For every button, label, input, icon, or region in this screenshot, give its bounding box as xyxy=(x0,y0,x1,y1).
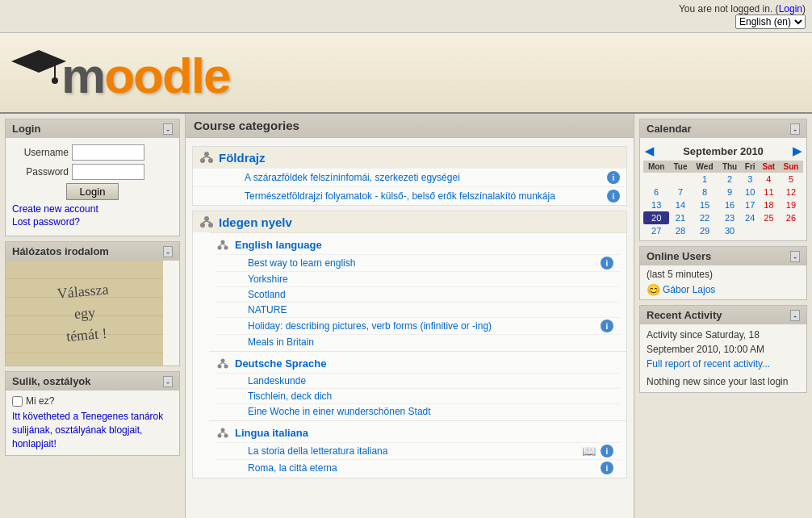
course-roma-link[interactable]: Roma, la città eterna xyxy=(248,462,597,474)
cal-day[interactable]: 6 xyxy=(643,186,669,198)
course-holiday-info[interactable]: i xyxy=(601,320,613,332)
cal-next-btn[interactable]: ▶ xyxy=(793,144,802,157)
cal-day[interactable]: 15 xyxy=(692,198,718,211)
cal-day[interactable]: 4 xyxy=(759,173,779,186)
cal-thu: Thu xyxy=(718,161,741,173)
course-woche-link[interactable]: Eine Woche in einer wunderschönen Stadt xyxy=(248,406,613,417)
login-link[interactable]: Login xyxy=(779,3,802,15)
course-meals-link[interactable]: Meals in Britain xyxy=(248,336,613,348)
cal-day[interactable]: 13 xyxy=(643,198,669,211)
course-best-way-info[interactable]: i xyxy=(601,257,613,269)
idegen-nyelv-link[interactable]: Idegen nyelv xyxy=(219,215,292,229)
full-report-link[interactable]: Full report of recent activity... xyxy=(647,358,770,370)
cal-day[interactable]: 20 xyxy=(643,211,669,224)
cal-day[interactable]: 9 xyxy=(718,186,741,198)
foldrajz-course1-info[interactable]: i xyxy=(607,171,620,184)
cal-day[interactable]: 17 xyxy=(742,198,759,211)
cal-day[interactable]: 10 xyxy=(742,186,759,198)
login-button[interactable]: Login xyxy=(66,183,119,200)
cal-day[interactable]: 21 xyxy=(669,211,691,224)
login-links: Create new account Lost password? xyxy=(12,203,173,228)
svg-point-2 xyxy=(52,77,58,84)
course-storia-info[interactable]: i xyxy=(601,445,613,457)
course-yorkshire-link[interactable]: Yorkshire xyxy=(248,274,613,285)
recent-activity-collapse-btn[interactable]: - xyxy=(790,310,800,321)
course-roma-info[interactable]: i xyxy=(601,462,613,474)
cal-day[interactable]: 14 xyxy=(669,198,691,211)
course-best-way-link[interactable]: Best way to learn english xyxy=(248,257,597,269)
course-landeskunde-link[interactable]: Landeskunde xyxy=(248,375,613,386)
password-input[interactable] xyxy=(72,164,144,180)
calendar-collapse-btn[interactable]: - xyxy=(790,123,800,135)
deutsche-icon xyxy=(216,356,230,370)
cal-day[interactable]: 8 xyxy=(692,186,718,198)
course-tischlein-link[interactable]: Tischlein, deck dich xyxy=(248,391,613,402)
cal-day[interactable]: 18 xyxy=(759,198,779,211)
course-scotland-link[interactable]: Scotland xyxy=(248,289,613,300)
english-language-link[interactable]: English language xyxy=(235,239,322,251)
svg-point-10 xyxy=(208,223,213,228)
calendar-body: ◀ September 2010 ▶ Mon Tue Wed Thu Fri S… xyxy=(640,138,806,240)
cal-day[interactable]: 16 xyxy=(718,198,741,211)
online-users-body: (last 5 minutes) 😊 Gábor Lajos xyxy=(640,265,806,299)
login-collapse-btn[interactable]: - xyxy=(163,123,173,135)
online-users-collapse-btn[interactable]: - xyxy=(790,251,800,262)
cal-day[interactable]: 26 xyxy=(779,211,803,224)
svg-point-13 xyxy=(221,240,225,244)
cal-day[interactable]: 28 xyxy=(669,224,691,237)
foldrajz-course2-info[interactable]: i xyxy=(607,190,620,203)
cal-day[interactable]: 3 xyxy=(742,173,759,186)
cal-day[interactable]: 2 xyxy=(718,173,741,186)
sub-deutsche-sprache: Deutsche Sprache Landeskunde Tischlein, … xyxy=(209,351,626,420)
user-gabor-link[interactable]: Gábor Lajos xyxy=(663,284,715,295)
username-input[interactable] xyxy=(72,144,144,161)
cal-day[interactable]: 19 xyxy=(779,198,803,211)
calendar-body-rows: 1234567891011121314151617181920212223242… xyxy=(643,173,803,237)
cal-day[interactable]: 30 xyxy=(718,224,741,237)
foldrajz-course2-row: Természetföldrajzi folyamatok - külső-, … xyxy=(193,186,626,205)
cal-day[interactable]: 5 xyxy=(779,173,803,186)
logo: moodle xyxy=(10,51,229,101)
svg-point-19 xyxy=(218,365,222,369)
foldrajz-link[interactable]: Földrajz xyxy=(219,151,266,165)
cal-day[interactable]: 22 xyxy=(692,211,718,224)
course-storia-link[interactable]: La storia della letteratura italiana xyxy=(248,445,582,457)
cal-day[interactable]: 1 xyxy=(692,173,718,186)
cal-day[interactable]: 27 xyxy=(643,224,669,237)
sulik-collapse-btn[interactable]: - xyxy=(163,376,173,387)
create-account-link[interactable]: Create new account xyxy=(12,203,173,215)
irodalom-image[interactable]: Válassza egy témát ! xyxy=(6,261,163,366)
hw-line3: témát ! xyxy=(60,322,113,348)
cal-prev-btn[interactable]: ◀ xyxy=(645,144,654,157)
cal-day xyxy=(779,224,803,237)
login-block-body: Username Password Login Create new accou… xyxy=(6,138,179,236)
course-nature-link[interactable]: NATURE xyxy=(248,304,613,315)
main-layout: Login - Username Password Login Create n… xyxy=(0,114,812,518)
svg-line-16 xyxy=(220,244,223,246)
irodalom-collapse-btn[interactable]: - xyxy=(163,246,173,257)
password-row: Password xyxy=(12,164,173,180)
language-select[interactable]: English (en) xyxy=(735,15,806,29)
svg-line-21 xyxy=(220,363,223,365)
cal-day[interactable]: 25 xyxy=(759,211,779,224)
not-logged-text: You are not logged in. ( xyxy=(679,3,779,15)
cal-day[interactable]: 11 xyxy=(759,186,779,198)
online-users-block: Online Users - (last 5 minutes) 😊 Gábor … xyxy=(639,246,807,300)
cal-day[interactable]: 23 xyxy=(718,211,741,224)
sulik-checkbox[interactable] xyxy=(12,396,23,407)
foldrajz-course2-link[interactable]: Természetföldrajzi folyamatok - külső-, … xyxy=(219,189,562,203)
lost-password-link[interactable]: Lost password? xyxy=(12,216,173,228)
cal-day[interactable]: 29 xyxy=(692,224,718,237)
foldrajz-course1-link[interactable]: A szárazföldek felszíninfomái, szerkezet… xyxy=(219,170,467,185)
deutsche-sprache-link[interactable]: Deutsche Sprache xyxy=(235,357,326,370)
svg-point-5 xyxy=(208,158,213,163)
sub-tree-icon2 xyxy=(217,357,228,369)
cal-day[interactable]: 7 xyxy=(669,186,691,198)
sulik-block: Sulik, osztályok - Mi ez? Itt követheted… xyxy=(5,371,180,456)
lingua-italiana-link[interactable]: Lingua italiana xyxy=(235,427,308,439)
online-users-title: Online Users xyxy=(647,250,711,262)
cal-day[interactable]: 12 xyxy=(779,186,803,198)
cal-day[interactable]: 24 xyxy=(742,211,759,224)
course-holiday-link[interactable]: Holiday: describing pictures, verb forms… xyxy=(248,320,597,332)
idegen-icon xyxy=(199,215,214,229)
